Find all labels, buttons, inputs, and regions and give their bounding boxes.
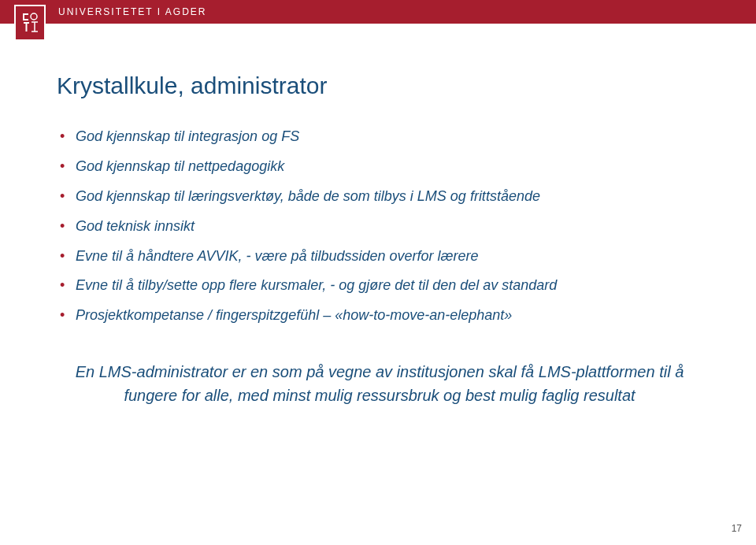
bullet-item: God teknisk innsikt [60, 216, 702, 238]
header-bar: UNIVERSITETET I AGDER [0, 0, 756, 24]
bullet-item: Prosjektkompetanse / fingerspitzgefühl –… [60, 305, 702, 327]
slide-content: Krystallkule, administrator God kjennska… [57, 72, 702, 407]
university-logo [14, 5, 46, 41]
slide-title: Krystallkule, administrator [57, 72, 702, 99]
summary-text: En LMS-administrator er en som på vegne … [57, 360, 702, 407]
bullet-item: God kjennskap til nettpedagogikk [60, 156, 702, 178]
bullet-item: God kjennskap til læringsverktøy, både d… [60, 186, 702, 208]
header-institution: UNIVERSITETET I AGDER [58, 6, 206, 17]
bullet-item: Evne til å håndtere AVVIK, - være på til… [60, 246, 702, 268]
bullet-list: God kjennskap til integrasjon og FS God … [60, 126, 702, 327]
bullet-item: God kjennskap til integrasjon og FS [60, 126, 702, 148]
bullet-item: Evne til å tilby/sette opp flere kursmal… [60, 275, 702, 297]
page-number: 17 [732, 523, 742, 534]
